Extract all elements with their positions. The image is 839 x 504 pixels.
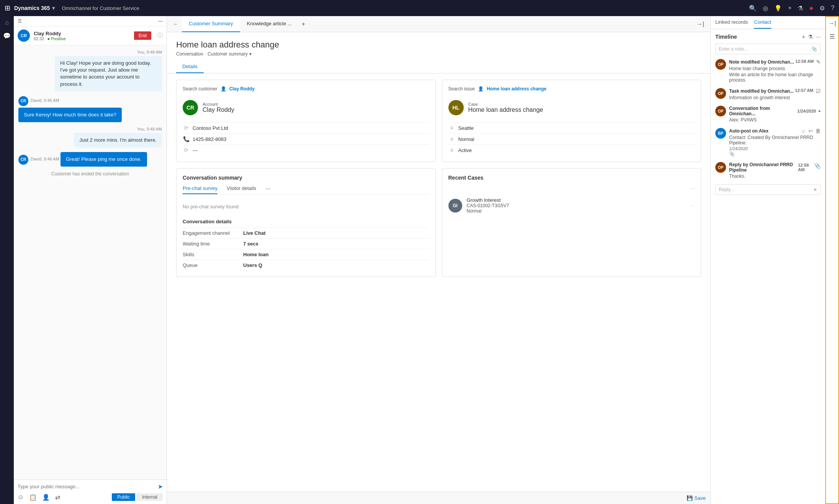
plus-icon[interactable]: + xyxy=(788,5,792,11)
conv-detail-row: Waiting time 7 secs xyxy=(183,238,429,249)
search-icon[interactable]: 🔍 xyxy=(749,5,757,12)
customer-entity-name: Clay Roddy xyxy=(203,106,234,113)
customer-avatar-row: CR David, 9:46 AM xyxy=(18,96,59,106)
person-icon[interactable]: 👤 xyxy=(42,494,50,501)
issue-entity-avatar: HL xyxy=(448,100,464,115)
customer-link[interactable]: Clay Roddy xyxy=(229,86,255,92)
public-tab[interactable]: Public xyxy=(112,493,135,501)
tl-time: 12:57 AM xyxy=(795,88,813,94)
company-value: Contoso Pvt Ltd xyxy=(193,125,228,131)
customer-avatar: CR xyxy=(18,29,30,42)
cases-more-icon[interactable]: ··· xyxy=(690,185,695,191)
expand-icon[interactable]: →| xyxy=(828,20,836,27)
more-timeline-icon[interactable]: ··· xyxy=(816,34,821,40)
back-arrow[interactable]: ← xyxy=(173,21,178,27)
note-placeholder: Enter a note... xyxy=(719,46,747,52)
conv-detail-row: Queue Users Q xyxy=(183,260,429,270)
status-icon: ≡ xyxy=(448,147,455,153)
note-input[interactable]: Enter a note... 📎 xyxy=(715,44,821,54)
collapse-icon[interactable]: — xyxy=(158,18,163,24)
details-tab[interactable]: Details xyxy=(176,61,204,73)
card-search-row: Search customer 👤 Clay Roddy xyxy=(183,86,429,92)
case-more-icon[interactable]: ··· xyxy=(690,203,695,208)
timeline-title: Timeline xyxy=(715,34,802,40)
filter-timeline-icon[interactable]: ⚗ xyxy=(808,34,813,40)
tl-actions: ☺ ↩ 🗑 xyxy=(801,128,821,134)
message-input[interactable] xyxy=(18,484,155,489)
tab-visitor[interactable]: Visitor details xyxy=(227,185,256,194)
tl-content: Task modified by Omnichan... 12:57 AM ☑ … xyxy=(729,88,821,100)
delete-icon[interactable]: 🗑 xyxy=(815,128,821,134)
info-icon[interactable]: ⓘ xyxy=(157,32,163,39)
home-icon[interactable]: ⌂ xyxy=(5,19,9,26)
input-area: ➤ ☺ 📋 👤 ⇄ Public Internal xyxy=(14,479,167,504)
conv-details-section: Conversation details Engagement channel … xyxy=(183,219,429,270)
location-icon: ≡ xyxy=(448,125,455,131)
main-tabs: ← Customer Summary Knowledge article ...… xyxy=(167,16,710,32)
phone-field: 📞 1425-882-8083 xyxy=(183,133,429,144)
recent-cases-card: Recent Cases ··· GI Growth Interest CAS-… xyxy=(442,168,702,277)
bottom-cards: Conversation summary Pre-chat survey Vis… xyxy=(167,168,710,283)
recent-cases-title: Recent Cases xyxy=(448,175,695,181)
lightbulb-icon[interactable]: 💡 xyxy=(774,5,782,12)
tab-contact[interactable]: Contact xyxy=(754,19,771,29)
check-icon[interactable]: ☑ xyxy=(816,88,821,94)
end-button[interactable]: End xyxy=(134,31,151,40)
smile-icon[interactable]: ☺ xyxy=(801,128,806,134)
dropdown-icon[interactable]: ▾ xyxy=(249,51,252,57)
internal-tab[interactable]: Internal xyxy=(137,493,163,501)
waiting-value: 7 secs xyxy=(243,241,258,247)
save-button[interactable]: 💾 Save xyxy=(687,495,706,501)
channel-search[interactable]: omnichannel xyxy=(25,18,158,24)
reply-input[interactable]: Reply... ➤ xyxy=(715,184,821,195)
settings-icon[interactable]: ⚙ xyxy=(819,5,825,12)
note-icon[interactable]: 📋 xyxy=(29,494,37,501)
timeline-item: OP Conversation from Omnichan... 1/24/20… xyxy=(715,106,821,123)
conversation-item[interactable]: CR Clay Roddy 02:32 ● Positive End ⓘ xyxy=(14,26,167,45)
transfer-icon[interactable]: ⇄ xyxy=(55,494,60,501)
case-id: CAS-01002-T3G5V7 xyxy=(467,203,686,208)
help-icon[interactable]: ? xyxy=(831,5,834,11)
chat-bubble: Great! Please ping me once done. xyxy=(61,152,147,167)
chat-bubble: Sure Kenny! How much time does it take? xyxy=(18,108,122,122)
paperclip-icon[interactable]: 📎 xyxy=(811,46,817,52)
case-priority: Normal xyxy=(467,208,686,214)
customer-entity: CR Account Clay Roddy xyxy=(183,96,429,119)
no-survey-msg: No pre-chat survey found xyxy=(183,199,429,214)
brand-name: Dynamics 365 xyxy=(14,5,50,11)
send-icon[interactable]: ➤ xyxy=(158,483,163,490)
top-navigation: ⊞ Dynamics 365 ▾ Omnichannel for Custome… xyxy=(0,0,839,16)
tab-linked-records[interactable]: Linked records xyxy=(715,19,748,29)
tab-more-icon[interactable]: ··· xyxy=(265,185,270,194)
chat-icon[interactable]: 💬 xyxy=(3,32,11,39)
grid-icon[interactable]: ⊞ xyxy=(5,4,10,12)
list-icon[interactable]: ☰ xyxy=(829,33,835,40)
right-panel-content: Timeline + ⚗ ··· Enter a note... 📎 OP No… xyxy=(711,29,825,504)
chat-message: CR David, 9:46 AM Sure Kenny! How much t… xyxy=(18,96,162,122)
engagement-label: Engagement channel xyxy=(183,230,240,236)
tab-knowledge-article[interactable]: Knowledge article ... xyxy=(240,16,299,32)
emoji-icon[interactable]: ☺ xyxy=(18,494,24,501)
tab-prechat[interactable]: Pre-chat survey xyxy=(183,185,218,194)
send-reply-icon[interactable]: ➤ xyxy=(813,187,817,192)
reply-icon[interactable]: ↩ xyxy=(808,128,813,134)
queue-label: Queue xyxy=(183,262,240,268)
chat-meta: David, 9:46 AM xyxy=(31,98,59,103)
chat-message: CR David, 9:46 AM Great! Please ping me … xyxy=(18,152,162,167)
case-item[interactable]: GI Growth Interest CAS-01002-T3G5V7 Norm… xyxy=(448,194,695,217)
issue-link[interactable]: Home loan address change xyxy=(487,86,546,92)
edit-icon[interactable]: ✎ xyxy=(816,59,821,65)
tl-time: 12:58 AM xyxy=(795,59,814,65)
user-avatar[interactable]: ● xyxy=(809,4,813,12)
waiting-label: Waiting time xyxy=(183,241,240,247)
priority-value: Normal xyxy=(458,136,474,142)
add-tab-icon[interactable]: + xyxy=(302,21,305,28)
filter-icon[interactable]: ⚗ xyxy=(798,5,803,12)
collapse-button[interactable]: →| xyxy=(697,21,704,28)
page-title: Home loan address change xyxy=(176,40,701,50)
ai-icon[interactable]: ◎ xyxy=(763,5,768,12)
add-timeline-icon[interactable]: + xyxy=(802,34,805,40)
tab-customer-summary[interactable]: Customer Summary xyxy=(182,16,240,32)
hamburger-icon[interactable]: ☰ xyxy=(18,18,22,24)
timeline-item: BP Auto-post on Alex ☺ ↩ 🗑 Contact: Crea… xyxy=(715,128,821,157)
